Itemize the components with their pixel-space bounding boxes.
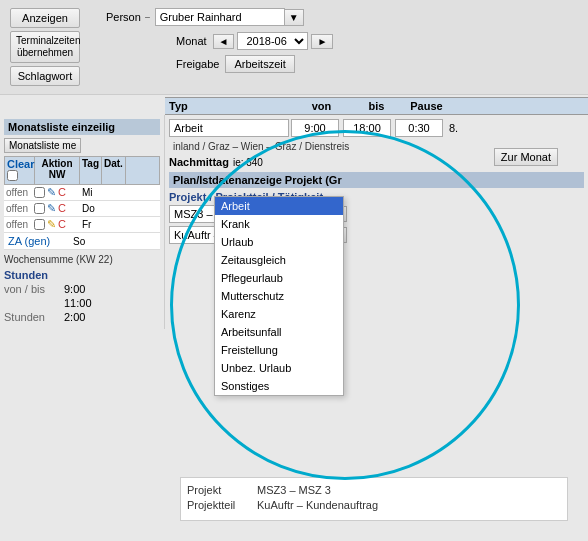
bottom-projektteil-row: Projektteil KuAuftr – Kundenauftrag xyxy=(187,499,561,511)
monatsliste-title: Monatsliste einzeilig xyxy=(4,119,160,135)
extra-col: 8. xyxy=(449,122,458,134)
person-dropdown-btn[interactable]: ▼ xyxy=(285,9,304,26)
schlagwort-button[interactable]: Schlagwort xyxy=(10,66,80,86)
person-input[interactable] xyxy=(155,8,285,26)
freigabe-label: Freigabe xyxy=(176,58,219,70)
typ-header: Typ xyxy=(169,100,294,112)
bis-header: bis xyxy=(349,100,404,112)
bottom-projekt-label: Projekt xyxy=(187,484,257,496)
prev-month-button[interactable]: ◄ xyxy=(213,34,235,49)
row-status: offen xyxy=(6,219,34,230)
next-month-button[interactable]: ► xyxy=(311,34,333,49)
sunday-label: So xyxy=(73,236,85,247)
za-link[interactable]: ZA (gen) xyxy=(8,235,50,247)
monatsliste-me-button[interactable]: Monatsliste me xyxy=(4,138,81,153)
nachmittag-label: Nachmittag xyxy=(169,156,229,168)
row-status: offen xyxy=(6,187,34,198)
pause-time-input[interactable] xyxy=(395,119,443,137)
dat-header: Dat. xyxy=(102,157,126,184)
edit-icon-2[interactable]: ✎ xyxy=(47,202,56,215)
stunden-value2: 11:00 xyxy=(64,297,92,309)
dropdown-item-unbez-urlaub[interactable]: Unbez. Urlaub xyxy=(215,359,343,377)
projekt-header: Plan/Istdatenanzeige Projekt (Gr xyxy=(169,172,584,188)
stunden-label2 xyxy=(4,297,64,309)
dropdown-item-arbeitsunfall[interactable]: Arbeitsunfall xyxy=(215,323,343,341)
stunden-total-label: Stunden xyxy=(4,311,64,323)
row-day-3: Fr xyxy=(82,219,102,230)
row-day-1: Mi xyxy=(82,187,102,198)
arbeit-select[interactable]: Arbeit xyxy=(169,119,289,137)
stunden-section: Stunden von / bis 9:00 11:00 Stunden 2:0… xyxy=(4,269,160,323)
aktion-nw-header: Aktion NW xyxy=(35,157,80,184)
bottom-projekt-value: MSZ3 – MSZ 3 xyxy=(257,484,331,496)
main-container: Anzeigen Terminalzeiten übernehmen Schla… xyxy=(0,0,588,541)
table-row: offen ✎ C Fr xyxy=(4,217,160,233)
left-panel: Monatsliste einzeilig Monatsliste me Cle… xyxy=(0,115,165,329)
row-checkbox-2[interactable] xyxy=(34,203,45,214)
bottom-info: Projekt MSZ3 – MSZ 3 Projektteil KuAuftr… xyxy=(180,477,568,521)
delete-icon-1[interactable]: C xyxy=(58,186,66,199)
nach-row: Nachmittag ie: 340 xyxy=(169,156,584,168)
dropdown-item-zeitausgleich[interactable]: Zeitausgleich xyxy=(215,251,343,269)
stunden-von-bis-row: von / bis 9:00 xyxy=(4,283,160,295)
location-text: inland / Graz – Wien – Graz / Dienstreis xyxy=(173,141,584,152)
stunden-total-value: 2:00 xyxy=(64,311,85,323)
von-bis-label: von / bis xyxy=(4,283,64,295)
row-checkbox-1[interactable] xyxy=(34,187,45,198)
clear-checkbox[interactable] xyxy=(7,170,18,181)
dropdown-item-karenz[interactable]: Karenz xyxy=(215,305,343,323)
arbeitszeit-button[interactable]: Arbeitszeit xyxy=(225,55,294,73)
row-day-2: Do xyxy=(82,203,102,214)
dropdown-item-urlaub[interactable]: Urlaub xyxy=(215,233,343,251)
stunden-total-row: Stunden 2:00 xyxy=(4,311,160,323)
stunden-header: Stunden xyxy=(4,269,160,281)
delete-icon-2[interactable]: C xyxy=(58,202,66,215)
dropdown-item-mutterschutz[interactable]: Mutterschutz xyxy=(215,287,343,305)
monat-select[interactable]: 2018-06 xyxy=(237,32,308,50)
dropdown-item-pflegeurlaub[interactable]: Pflegeurlaub xyxy=(215,269,343,287)
person-icon: − xyxy=(145,12,151,23)
right-header: Person − ▼ Monat ◄ 2018-06 ► Freigabe xyxy=(86,8,578,86)
stunden-row2: 11:00 xyxy=(4,297,160,309)
bottom-projektteil-value: KuAuftr – Kundenauftrag xyxy=(257,499,378,511)
delete-icon-3[interactable]: C xyxy=(58,218,66,231)
freigabe-row: Freigabe Arbeitszeit xyxy=(176,55,578,73)
dropdown-item-freistellung[interactable]: Freistellung xyxy=(215,341,343,359)
von-header: von xyxy=(294,100,349,112)
nach-nr: ie: 340 xyxy=(233,157,263,168)
person-row: Person − ▼ xyxy=(106,8,578,26)
von-bis-value: 9:00 xyxy=(64,283,85,295)
wochensumme: Wochensumme (KW 22) xyxy=(4,254,160,265)
row-icons: ✎ C xyxy=(47,218,82,231)
anzeigen-button[interactable]: Anzeigen xyxy=(10,8,80,28)
von-time-input[interactable] xyxy=(291,119,339,137)
left-buttons: Anzeigen Terminalzeiten übernehmen Schla… xyxy=(10,8,80,86)
row-icons: ✎ C xyxy=(47,202,82,215)
monatsliste-row: Monatsliste me xyxy=(4,138,160,153)
bottom-projektteil-label: Projektteil xyxy=(187,499,257,511)
terminal-button[interactable]: Terminalzeiten übernehmen xyxy=(10,31,80,63)
pause-header: Pause xyxy=(404,100,449,112)
arbeit-select-container: Arbeit xyxy=(169,119,289,137)
monat-label: Monat xyxy=(176,35,207,47)
clear-link[interactable]: Clear xyxy=(7,158,35,170)
top-panel: Anzeigen Terminalzeiten übernehmen Schla… xyxy=(0,0,588,95)
tag-header: Tag xyxy=(80,157,102,184)
za-row: ZA (gen) So xyxy=(4,233,160,250)
dropdown-item-arbeit[interactable]: Arbeit xyxy=(215,197,343,215)
bottom-projekt-row: Projekt MSZ3 – MSZ 3 xyxy=(187,484,561,496)
table-header: Clear Aktion NW Tag Dat. xyxy=(4,156,160,185)
edit-icon-3[interactable]: ✎ xyxy=(47,218,56,231)
row-status: offen xyxy=(6,203,34,214)
clear-header: Clear xyxy=(5,157,35,184)
arbeit-row: Arbeit 8. xyxy=(169,119,584,137)
person-label: Person xyxy=(106,11,141,23)
dropdown-menu: Arbeit Krank Urlaub Zeitausgleich Pflege… xyxy=(214,196,344,396)
table-row: offen ✎ C Mi xyxy=(4,185,160,201)
row-checkbox-3[interactable] xyxy=(34,219,45,230)
dropdown-item-krank[interactable]: Krank xyxy=(215,215,343,233)
bis-time-input[interactable] xyxy=(343,119,391,137)
edit-icon-1[interactable]: ✎ xyxy=(47,186,56,199)
dropdown-item-sonstiges[interactable]: Sonstiges xyxy=(215,377,343,395)
monat-row: Monat ◄ 2018-06 ► xyxy=(176,32,578,50)
